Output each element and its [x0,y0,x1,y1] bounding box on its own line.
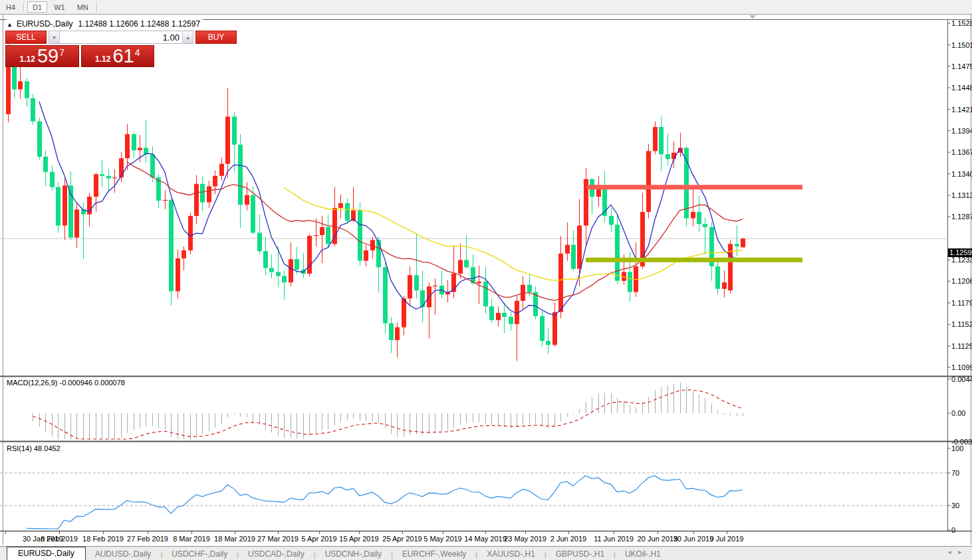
sell-price-big: 59 [37,45,59,67]
price-tick-label: 1.11255 [951,342,972,350]
buy-button[interactable]: BUY [195,31,237,44]
toolbar-separator [96,2,98,13]
date-tick-label: 14 May 2019 [464,535,507,543]
tab-gbpusd-h1[interactable]: GBPUSD-,H1 [547,548,614,560]
date-tick-label: 5 May 2019 [424,535,461,543]
tab-scroll-left-icon[interactable]: ◄ [947,549,957,555]
price-tick-label: 1.10990 [951,363,972,371]
timeframe-toolbar: H4D1W1MN [0,0,972,15]
date-tick-label: 2 Jun 2019 [550,535,586,543]
rsi-tick-label: 100 [951,444,963,452]
date-tick-label: 18 Mar 2019 [214,535,255,543]
mt4-window: H4D1W1MN ▲EURUSD-,Daily1.12488 1.12606 1… [0,0,972,560]
chart-tab-bar: EURUSD-,DailyAUDUSD-,Daily|USDCHF-,Daily… [0,546,972,560]
date-tick-label: 18 Feb 2019 [82,535,124,543]
tab-eurchf-weekly[interactable]: EURCHF-,Weekly [393,548,475,560]
price-tick-label: 1.13675 [951,148,972,156]
toolbar-separator [23,2,25,13]
chart-symbol-label: EURUSD-,Daily [17,19,73,29]
price-tick-label: 1.15285 [951,19,972,27]
sell-price-panel[interactable]: 1.12 59 7 [5,45,79,67]
price-tick-label: 1.13135 [951,191,972,199]
rsi-header: RSI(14) 48.0452 [7,444,61,452]
collapse-triangle-icon[interactable]: ▲ [7,21,13,28]
price-tick-label: 1.14480 [951,84,972,92]
price-tick-label: 1.11795 [951,299,972,307]
macd-header: MACD(12,26,9) -0.000946 0.000078 [7,379,125,387]
tab-audusd-daily[interactable]: AUDUSD-,Daily [86,548,161,560]
volume-decrease-button[interactable]: ▾ [49,31,60,43]
trade-buttons-row: SELL ▾ ▴ BUY [5,31,154,44]
price-tick-label: 1.13945 [951,127,972,135]
date-tick-label: 11 Jun 2019 [594,535,634,543]
timeframe-button-d1[interactable]: D1 [27,1,47,13]
rsi-label: RSI(14) [7,444,32,452]
rsi-value: 48.0452 [34,444,61,452]
buy-price-pip: 4 [135,47,140,58]
date-tick-label: 5 Apr 2019 [301,535,336,543]
one-click-trading-panel: SELL ▾ ▴ BUY 1.12 59 7 1.12 61 4 [5,31,154,67]
rsi-tick-label: 0 [951,526,955,534]
buy-price-prefix: 1.12 [95,54,110,64]
macd-values: -0.000946 0.000078 [59,379,124,387]
buy-price-panel[interactable]: 1.12 61 4 [81,45,155,67]
macd-label: MACD(12,26,9) [7,379,57,387]
volume-increase-button[interactable]: ▴ [182,31,193,43]
sell-price-prefix: 1.12 [20,54,35,64]
sell-price-pip: 7 [59,47,64,58]
rsi-tick-label: 30 [951,502,959,510]
chart-window: ▲EURUSD-,Daily1.12488 1.12606 1.12488 1.… [0,15,972,545]
chart-ohlc-values: 1.12488 1.12606 1.12488 1.12597 [78,19,201,29]
tab-scroll-right-icon[interactable]: ► [957,549,968,555]
chart-canvas[interactable] [0,15,972,545]
tab-scroll-arrows: ◄► [947,549,968,555]
trade-prices-row: 1.12 59 7 1.12 61 4 [5,45,154,67]
date-tick-label: 30 Jun 2019 [673,535,714,543]
price-tick-label: 1.12870 [951,213,972,221]
price-tick-label: 1.13405 [951,170,972,178]
sell-button[interactable]: SELL [5,31,47,44]
buy-price-big: 61 [112,45,134,67]
date-tick-label: 27 Feb 2019 [127,535,168,543]
volume-input[interactable] [60,31,182,43]
macd-tick-label: 0.00 [951,409,965,417]
rsi-tick-label: 70 [951,469,959,477]
tab-usdcnh-daily[interactable]: USDCNH-,Daily [316,548,391,560]
chart-title: ▲EURUSD-,Daily1.12488 1.12606 1.12488 1.… [7,19,203,29]
date-tick-label: 23 May 2019 [504,535,547,543]
current-price-badge: 1.12597 [948,248,972,257]
date-tick-label: 27 Mar 2019 [257,535,299,543]
macd-tick-label: 0.004465 [951,375,972,383]
price-tick-label: 1.15015 [951,41,972,49]
date-tick-label: 8 Feb 2019 [41,535,78,543]
price-tick-label: 1.14750 [951,62,972,70]
price-tick-label: 1.12065 [951,277,972,285]
timeframe-button-h4[interactable]: H4 [1,1,21,13]
tab-usdchf-daily[interactable]: USDCHF-,Daily [162,548,237,560]
tab-eurusd-daily[interactable]: EURUSD-,Daily [7,547,86,560]
tab-ukoil-h1[interactable]: UKOil-,H1 [616,548,670,560]
price-tick-label: 1.11525 [951,320,972,328]
tab-xauusd-h1[interactable]: XAUUSD-,H1 [477,548,545,560]
timeframe-button-w1[interactable]: W1 [49,1,70,13]
date-tick-label: 8 Mar 2019 [173,535,210,543]
date-tick-label: 9 Jul 2019 [710,535,744,543]
price-tick-label: 1.14210 [951,106,972,114]
date-tick-label: 15 Apr 2019 [339,535,378,543]
date-tick-label: 25 Apr 2019 [382,535,422,543]
date-tick-label: 20 Jun 2019 [638,535,678,543]
timeframe-button-mn[interactable]: MN [72,1,94,13]
volume-stepper: ▾ ▴ [49,31,193,44]
tab-usdcad-daily[interactable]: USDCAD-,Daily [239,548,314,560]
